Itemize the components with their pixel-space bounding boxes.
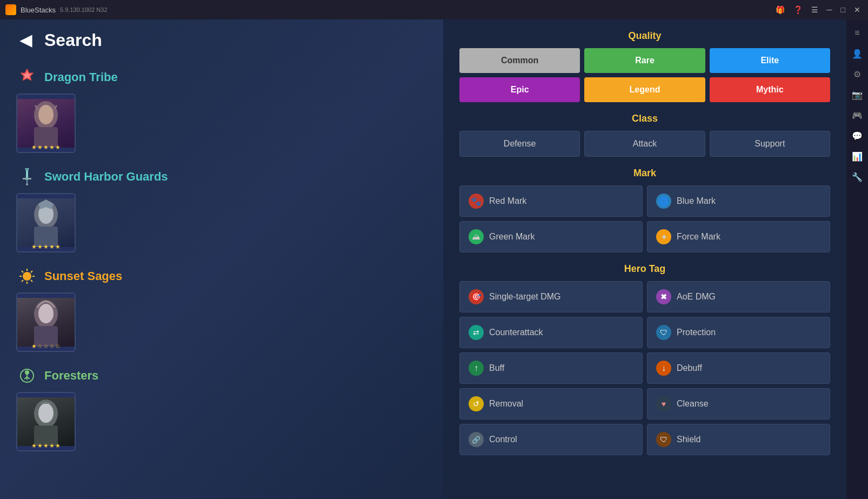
tag-icon-single: 🎯 (469, 289, 484, 304)
tag-btn-protection[interactable]: 🛡 Protection (647, 317, 830, 348)
tag-btn-control[interactable]: 🔗 Control (459, 424, 643, 455)
right-sidebar: ≡ 👤 ⚙ 📷 🎮 💬 📊 🔧 (846, 19, 868, 499)
svg-point-27 (38, 304, 54, 323)
tag-label-control: Control (489, 435, 517, 444)
tag-btn-removal[interactable]: ↺ Removal (459, 388, 643, 420)
sidebar-icon-1[interactable]: ≡ (849, 25, 865, 41)
quality-btn-elite[interactable]: Elite (710, 48, 830, 73)
tag-label-shield: Shield (677, 435, 700, 444)
tag-icon-cleanse: ♥ (656, 396, 671, 411)
mark-label-green: Green Mark (489, 232, 535, 242)
maximize-icon[interactable]: □ (839, 5, 847, 14)
svg-line-24 (22, 280, 23, 282)
tag-label-counterattack: Counterattack (489, 328, 543, 337)
tag-btn-buff[interactable]: ↑ Buff (459, 352, 643, 384)
back-arrow-icon: ◀ (20, 31, 32, 49)
tag-label-removal: Removal (489, 399, 523, 409)
left-panel: ◀ Search Dragon Tribe (0, 19, 443, 499)
close-icon[interactable]: ✕ (852, 5, 863, 14)
tag-label-aoe: AoE DMG (677, 292, 716, 302)
svg-point-16 (23, 272, 31, 281)
mark-btn-force[interactable]: ✦ Force Mark (647, 221, 830, 252)
faction-icon-sword (16, 166, 38, 188)
faction-name-dragon: Dragon Tribe (44, 70, 118, 84)
minimize-icon[interactable]: ─ (825, 5, 834, 14)
mark-label-force: Force Mark (677, 232, 720, 242)
sidebar-icon-5[interactable]: 🎮 (849, 107, 865, 123)
tag-btn-counterattack[interactable]: ⇄ Counterattack (459, 317, 643, 348)
tag-icon-counterattack: ⇄ (469, 325, 484, 340)
sidebar-icon-4[interactable]: 📷 (849, 87, 865, 103)
faction-icon-sunset (16, 265, 38, 287)
back-button[interactable]: ◀ (16, 31, 36, 50)
tag-icon-debuff: ↓ (656, 361, 671, 376)
faction-icon-foresters (16, 365, 38, 387)
class-grid: Defense Attack Support (459, 131, 830, 157)
hero-card-3[interactable]: ★☆☆☆☆ (16, 292, 76, 352)
faction-name-foresters: Foresters (44, 369, 98, 383)
hero-stars-2: ★★★★★ (17, 243, 75, 250)
tag-label-protection: Protection (677, 328, 716, 337)
tag-grid: 🎯 Single-target DMG ✖ AoE DMG ⇄ Countera… (459, 281, 830, 455)
sidebar-icon-6[interactable]: 💬 (849, 128, 865, 144)
faction-header-foresters: Foresters (16, 365, 427, 387)
mark-label-blue: Blue Mark (677, 196, 716, 206)
svg-line-22 (31, 280, 32, 282)
faction-header-sword: Sword Harbor Guards (16, 166, 427, 188)
class-btn-support[interactable]: Support (710, 131, 830, 157)
tag-icon-buff: ↑ (469, 361, 484, 376)
quality-btn-common[interactable]: Common (459, 48, 580, 73)
tag-icon-aoe: ✖ (656, 289, 671, 304)
mark-btn-blue[interactable]: 🌀 Blue Mark (647, 185, 830, 217)
help-icon[interactable]: ❓ (791, 5, 805, 14)
svg-point-11 (26, 183, 28, 185)
sidebar-icon-8[interactable]: 🔧 (849, 169, 865, 185)
hero-card-1[interactable]: ★★★★★ (16, 94, 76, 153)
faction-dragon-tribe: Dragon Tribe ★★★★★ (16, 66, 427, 153)
mark-icon-red: 🐾 (469, 194, 484, 209)
quality-btn-legend[interactable]: Legend (584, 77, 705, 102)
mark-icon-blue: 🌀 (656, 194, 671, 209)
hero-card-2[interactable]: ★★★★★ (16, 193, 76, 252)
quality-title: Quality (459, 30, 830, 42)
mark-icon-force: ✦ (656, 229, 671, 244)
hero-portrait-2 (17, 198, 75, 247)
sidebar-icon-3[interactable]: ⚙ (849, 66, 865, 82)
page-header: ◀ Search (16, 30, 427, 50)
hero-portrait-4 (17, 397, 75, 446)
quality-btn-rare[interactable]: Rare (584, 48, 705, 73)
hero-stars-4: ★★★★★ (17, 442, 75, 449)
quality-btn-epic[interactable]: Epic (459, 77, 580, 102)
hero-card-4[interactable]: ★★★★★ (16, 392, 76, 451)
tag-btn-shield[interactable]: 🛡 Shield (647, 424, 830, 455)
faction-sword-harbor: Sword Harbor Guards ★★★★★ (16, 166, 427, 252)
gift-icon[interactable]: 🎁 (773, 5, 787, 14)
faction-icon-dragon (16, 66, 38, 88)
mark-title: Mark (459, 168, 830, 179)
quality-btn-mythic[interactable]: Mythic (710, 77, 830, 102)
tag-label-debuff: Debuff (677, 363, 702, 373)
svg-rect-10 (26, 179, 28, 184)
sidebar-icon-2[interactable]: 👤 (849, 45, 865, 62)
page-title: Search (44, 30, 102, 50)
main-content: ◀ Search Dragon Tribe (0, 19, 868, 499)
menu-icon[interactable]: ☰ (809, 5, 820, 14)
class-btn-defense[interactable]: Defense (459, 131, 580, 157)
tag-btn-cleanse[interactable]: ♥ Cleanse (647, 388, 830, 420)
tag-btn-single-target[interactable]: 🎯 Single-target DMG (459, 281, 643, 312)
mark-btn-green[interactable]: ⛰ Green Mark (459, 221, 643, 252)
class-section: Class Defense Attack Support (459, 113, 830, 157)
faction-name-sunset: Sunset Sages (44, 269, 122, 283)
faction-header-dragon: Dragon Tribe (16, 66, 427, 88)
tag-btn-aoe[interactable]: ✖ AoE DMG (647, 281, 830, 312)
sidebar-icon-7[interactable]: 📊 (849, 148, 865, 164)
faction-header-sunset: Sunset Sages (16, 265, 427, 287)
hero-stars-1: ★★★★★ (17, 144, 75, 151)
quality-section: Quality Common Rare Elite Epic Legend My… (459, 30, 830, 102)
svg-line-23 (31, 271, 32, 272)
faction-sunset-sages: Sunset Sages ★☆☆☆☆ (16, 265, 427, 352)
mark-grid: 🐾 Red Mark 🌀 Blue Mark ⛰ Green Mark ✦ Fo… (459, 185, 830, 252)
tag-btn-debuff[interactable]: ↓ Debuff (647, 352, 830, 384)
mark-btn-red[interactable]: 🐾 Red Mark (459, 185, 643, 217)
class-btn-attack[interactable]: Attack (584, 131, 705, 157)
